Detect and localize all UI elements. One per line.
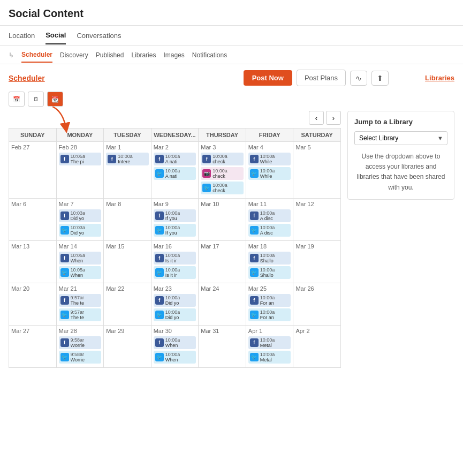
cal-next-button[interactable]: ›: [326, 111, 341, 125]
event-time: 10:00a: [118, 154, 133, 159]
event-text: 10:00aDid yo: [165, 309, 180, 320]
event-card[interactable]: f10:00aA nati: [154, 153, 196, 165]
event-card[interactable]: 🐦10:00aDid yo: [154, 308, 196, 321]
upload-button[interactable]: ⬆: [371, 71, 389, 86]
day-view-button[interactable]: 📅: [9, 92, 25, 107]
event-card[interactable]: f9:57arThe te: [59, 294, 102, 307]
view-controls: 📅 🗓 📆: [0, 92, 463, 111]
event-card[interactable]: f10:00aShallo: [248, 252, 291, 265]
day-label: Mar 29: [106, 328, 149, 334]
event-text: 10:05aWhen: [71, 267, 86, 278]
calendar-week-1: Mar 6Mar 7f10:03aDid yo🐦10:03aDid yoMar …: [9, 199, 341, 241]
event-card[interactable]: 🐦10:00aIs it ir: [154, 266, 196, 279]
event-card[interactable]: f10:00aIntere: [106, 153, 149, 165]
day-label: Mar 30: [154, 328, 196, 334]
rss-button[interactable]: ∿: [350, 71, 367, 86]
fb-icon: f: [250, 338, 259, 347]
sub-nav-images[interactable]: Images: [163, 48, 184, 62]
event-card[interactable]: f10:00aWhen: [154, 336, 196, 349]
page-header: Social Content: [0, 0, 463, 26]
event-card[interactable]: 📷10:00acheck: [201, 167, 244, 180]
event-time: 9:57ar: [71, 295, 85, 300]
event-title: Did yo: [165, 315, 180, 320]
day-label: Mar 13: [11, 243, 54, 250]
event-time: 9:57ar: [71, 309, 85, 315]
event-card[interactable]: 🐦9:58arWorrie: [59, 351, 102, 364]
day-label: Mar 9: [154, 201, 196, 207]
event-text: 10:00aDid yo: [165, 295, 180, 306]
event-card[interactable]: f10:00aIs it ir: [154, 252, 196, 265]
content-area: ‹ › SUNDAYMONDAYTUESDAYWEDNESDAY...THURS…: [0, 111, 463, 376]
upload-icon: ⬆: [377, 74, 383, 82]
calendar-cell-4-0: Mar 27: [9, 326, 57, 368]
tw-icon: 🐦: [60, 311, 69, 319]
event-time: 9:58ar: [71, 337, 85, 343]
event-card[interactable]: 🐦10:00aWhen: [154, 351, 196, 364]
event-title: A disc: [260, 216, 275, 221]
event-text: 10:00aMetal: [260, 352, 275, 362]
nav-conversations[interactable]: Conversations: [77, 27, 121, 44]
event-card[interactable]: f10:00aA disc: [248, 209, 291, 222]
sub-nav-libraries[interactable]: Libraries: [131, 48, 156, 62]
calendar-cell-3-4: Mar 24: [199, 283, 246, 326]
nav-location[interactable]: Location: [9, 27, 35, 44]
event-time: 10:00a: [260, 337, 275, 343]
event-card[interactable]: f10:00aDid yo: [154, 294, 196, 307]
event-time: 10:05a: [71, 267, 86, 273]
sub-nav-notifications[interactable]: Notifications: [192, 48, 227, 62]
event-time: 10:05a: [71, 154, 86, 159]
event-title: Did yo: [165, 300, 180, 306]
calendar-cell-0-1: Feb 28f10:05aThe pi: [56, 142, 104, 199]
event-card[interactable]: f10:00aIf you: [154, 209, 196, 222]
event-time: 10:00a: [260, 295, 275, 300]
tw-icon: 🐦: [155, 268, 164, 277]
sub-nav-published[interactable]: Published: [96, 48, 124, 62]
calendar-cell-3-5: Mar 25f10:00aFor an🐦10:00aFor an: [246, 283, 293, 326]
event-card[interactable]: 🐦10:00aShallo: [248, 266, 291, 279]
day-label: Mar 27: [11, 328, 54, 334]
event-card[interactable]: f10:00aWhile: [248, 153, 291, 165]
post-now-button[interactable]: Post Now: [244, 70, 292, 86]
fb-icon: f: [155, 211, 164, 220]
week-view-button[interactable]: 🗓: [28, 92, 44, 107]
event-title: When: [165, 357, 180, 362]
event-card[interactable]: f9:58arWorrie: [59, 336, 102, 349]
post-plans-button[interactable]: Post Plans: [297, 70, 346, 86]
event-card[interactable]: f10:03aDid yo: [59, 209, 102, 222]
sub-nav-discovery[interactable]: Discovery: [60, 48, 88, 62]
event-card[interactable]: 🐦10:00aA nati: [154, 167, 196, 180]
fb-icon: f: [60, 254, 69, 262]
event-card[interactable]: 🐦10:00aWhile: [248, 167, 291, 180]
event-card[interactable]: f10:00aMetal: [248, 336, 291, 349]
cal-prev-button[interactable]: ‹: [309, 111, 324, 125]
event-card[interactable]: 🐦9:57arThe te: [59, 308, 102, 321]
event-card[interactable]: 🐦10:00aA disc: [248, 224, 291, 237]
day-label: Mar 18: [248, 243, 291, 250]
month-view-button[interactable]: 📆: [47, 92, 63, 107]
event-text: 10:00aWhen: [165, 352, 180, 362]
fb-icon: f: [155, 296, 164, 305]
event-title: While: [260, 159, 275, 164]
calendar-cell-3-6: Mar 26: [293, 283, 341, 326]
event-title: Is it ir: [165, 273, 180, 278]
sub-nav-scheduler[interactable]: Scheduler: [21, 48, 52, 63]
libraries-link[interactable]: Libraries: [425, 74, 454, 82]
event-card[interactable]: 🐦10:00aFor an: [248, 308, 291, 321]
event-card[interactable]: f10:00acheck: [201, 153, 244, 165]
event-title: For an: [260, 315, 275, 320]
event-card[interactable]: 🐦10:05aWhen: [59, 266, 102, 279]
event-card[interactable]: f10:05aThe pi: [59, 153, 102, 165]
event-card[interactable]: f10:00aFor an: [248, 294, 291, 307]
event-time: 10:00a: [165, 352, 180, 357]
event-card[interactable]: 🐦10:00aMetal: [248, 351, 291, 364]
event-card[interactable]: 🐦10:00acheck: [201, 182, 244, 194]
rss-icon: ∿: [355, 74, 362, 82]
day-label: Mar 1: [106, 144, 149, 150]
sidebar-box: Jump to a Library Select Library ▼ Use t…: [347, 111, 454, 200]
calendar-cell-2-4: Mar 17: [199, 241, 246, 283]
event-card[interactable]: 🐦10:00aIf you: [154, 224, 196, 237]
event-card[interactable]: f10:05aWhen: [59, 252, 102, 265]
library-select[interactable]: Select Library: [354, 131, 447, 145]
nav-social[interactable]: Social: [45, 27, 66, 44]
event-card[interactable]: 🐦10:03aDid yo: [59, 224, 102, 237]
